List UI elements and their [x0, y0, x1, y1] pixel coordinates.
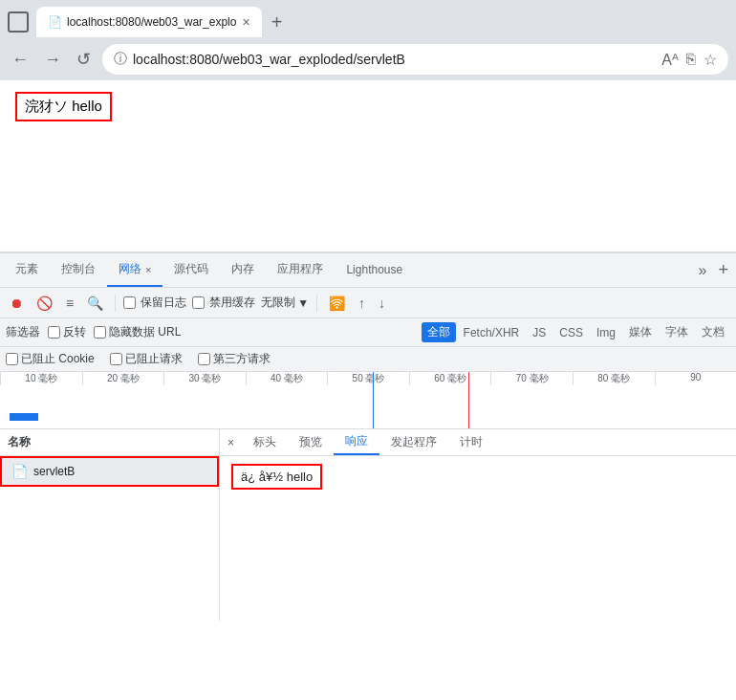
tab-application[interactable]: 应用程序: [266, 253, 335, 287]
new-tab-button[interactable]: +: [266, 11, 289, 33]
devtools-bottom-panel: 名称 📄 servletB × 标头 预览 响应 发起程序 计时 ä¿ å¥½ …: [0, 429, 736, 621]
invert-checkbox[interactable]: [48, 326, 60, 339]
tab-lighthouse[interactable]: Lighthouse: [335, 255, 414, 286]
timeline-red-line: [468, 372, 469, 428]
filter-label: 筛选器: [6, 324, 40, 340]
page-icon: 📄: [48, 15, 61, 29]
tab-network[interactable]: 网络 ×: [107, 253, 162, 287]
address-bar-icons: Aᴬ ⎘ ☆: [661, 51, 717, 69]
list-item[interactable]: 📄 servletB: [0, 456, 219, 487]
detail-tab-response[interactable]: 响应: [334, 429, 379, 455]
tab-close-button[interactable]: ×: [242, 14, 249, 30]
separator-2: [316, 295, 317, 312]
filter-js-button[interactable]: JS: [527, 324, 552, 341]
timeline-mark-40: 40 毫秒: [246, 372, 328, 385]
network-tab-close[interactable]: ×: [145, 264, 151, 275]
back-button[interactable]: ←: [8, 46, 32, 74]
file-list-panel: 名称 📄 servletB: [0, 429, 220, 621]
timeline-mark-60: 60 毫秒: [409, 372, 491, 385]
file-icon: 📄: [11, 464, 28, 479]
address-bar-input[interactable]: ⓘ localhost:8080/web03_war_exploded/serv…: [102, 44, 728, 75]
detail-panel: × 标头 预览 响应 发起程序 计时 ä¿ å¥½ hello: [220, 429, 736, 621]
filter-doc-button[interactable]: 文档: [696, 322, 730, 342]
add-panel-button[interactable]: +: [714, 260, 732, 280]
browser-chrome: 📄 localhost:8080/web03_war_explo × + ← →…: [0, 0, 736, 621]
response-text: ä¿ å¥½ hello: [231, 464, 322, 490]
network-request-bar: [10, 413, 38, 421]
page-main-text: 浣犲ソ hello: [15, 92, 112, 121]
block-cookie-label: 已阻止 Cookie: [6, 351, 95, 367]
third-party-label: 第三方请求: [198, 351, 271, 367]
upload-icon[interactable]: ↑: [355, 294, 369, 313]
timeline-mark-50: 50 毫秒: [327, 372, 409, 385]
screenshot-icon[interactable]: ⎘: [686, 51, 696, 69]
filter-img-button[interactable]: Img: [591, 324, 621, 341]
network-timeline: 10 毫秒 20 毫秒 30 毫秒 40 毫秒 50 毫秒 60 毫秒 70 毫…: [0, 372, 736, 429]
browser-tab[interactable]: 📄 localhost:8080/web03_war_explo ×: [36, 7, 262, 37]
timeline-mark-30: 30 毫秒: [163, 372, 246, 385]
timeline-mark-90: 90: [655, 372, 737, 385]
address-text: localhost:8080/web03_war_exploded/servle…: [133, 52, 656, 67]
timeline-ruler: 10 毫秒 20 毫秒 30 毫秒 40 毫秒 50 毫秒 60 毫秒 70 毫…: [0, 372, 736, 385]
block-request-checkbox[interactable]: [110, 353, 122, 365]
preserve-log-checkbox[interactable]: [123, 296, 136, 309]
disable-cache-checkbox[interactable]: [192, 296, 205, 309]
hide-data-urls-label: 隐藏数据 URL: [94, 324, 181, 340]
detail-content: ä¿ å¥½ hello: [220, 456, 736, 497]
filter-toggle-button[interactable]: ≡: [62, 294, 77, 313]
detail-tab-timing[interactable]: 计时: [448, 430, 494, 454]
invert-label: 反转: [48, 324, 86, 340]
network-toolbar: ⏺ 🚫 ≡ 🔍 保留日志 禁用缓存 无限制 ▼ 🛜 ↑ ↓: [0, 288, 736, 318]
tab-memory[interactable]: 内存: [220, 253, 266, 287]
clear-button[interactable]: 🚫: [32, 294, 56, 313]
tab-title: localhost:8080/web03_war_explo: [67, 15, 236, 29]
detail-close-button[interactable]: ×: [220, 432, 242, 453]
block-cookie-checkbox[interactable]: [6, 353, 18, 365]
timeline-blue-line: [373, 372, 374, 428]
hide-data-urls-checkbox[interactable]: [94, 326, 106, 339]
tab-sources[interactable]: 源代码: [162, 253, 220, 287]
devtools-tab-bar: 元素 控制台 网络 × 源代码 内存 应用程序 Lighthouse » +: [0, 253, 736, 288]
translate-icon[interactable]: Aᴬ: [661, 51, 679, 69]
search-button[interactable]: 🔍: [83, 294, 107, 313]
reload-button[interactable]: ↺: [73, 45, 95, 74]
filter-css-button[interactable]: CSS: [553, 324, 589, 341]
preserve-log-label: 保留日志: [123, 295, 186, 311]
file-list-header: 名称: [0, 429, 219, 456]
disable-cache-label: 禁用缓存: [192, 295, 255, 311]
more-tabs-button[interactable]: »: [691, 262, 715, 279]
tab-console[interactable]: 控制台: [50, 253, 107, 287]
page-content: 浣犲ソ hello: [0, 80, 736, 252]
timeline-mark-20: 20 毫秒: [82, 372, 164, 385]
detail-tab-headers[interactable]: 标头: [242, 430, 288, 454]
detail-tab-preview[interactable]: 预览: [288, 430, 334, 454]
download-icon[interactable]: ↓: [375, 294, 389, 313]
file-name: servletB: [33, 465, 75, 478]
filter-all-button[interactable]: 全部: [422, 322, 456, 342]
bookmark-icon[interactable]: ☆: [704, 51, 717, 69]
wifi-icon[interactable]: 🛜: [325, 294, 349, 313]
tab-bar: 📄 localhost:8080/web03_war_explo × +: [0, 0, 736, 38]
filter-media-button[interactable]: 媒体: [623, 322, 658, 342]
third-party-checkbox[interactable]: [198, 353, 210, 365]
filter-bar: 筛选器 反转 隐藏数据 URL 全部 Fetch/XHR JS CSS Img …: [0, 318, 736, 347]
separator-1: [115, 295, 116, 312]
tab-elements[interactable]: 元素: [4, 253, 50, 287]
filter-type-buttons: 全部 Fetch/XHR JS CSS Img 媒体 字体 文档: [422, 322, 730, 342]
filter-left: 筛选器: [6, 324, 40, 340]
timeline-mark-10: 10 毫秒: [0, 372, 82, 385]
checkboxes-row: 已阻止 Cookie 已阻止请求 第三方请求: [0, 347, 736, 372]
detail-tab-bar: × 标头 预览 响应 发起程序 计时: [220, 429, 736, 456]
record-button[interactable]: ⏺: [6, 294, 27, 313]
throttle-selector[interactable]: 无限制 ▼: [261, 295, 309, 311]
new-window-icon[interactable]: [8, 11, 29, 33]
devtools-panel: 元素 控制台 网络 × 源代码 内存 应用程序 Lighthouse » + ⏺…: [0, 252, 736, 621]
filter-font-button[interactable]: 字体: [660, 322, 694, 342]
detail-tab-initiator[interactable]: 发起程序: [379, 430, 448, 454]
filter-fetch-xhr-button[interactable]: Fetch/XHR: [458, 324, 526, 341]
block-request-label: 已阻止请求: [110, 351, 183, 367]
forward-button[interactable]: →: [40, 46, 65, 74]
timeline-mark-80: 80 毫秒: [573, 372, 655, 385]
address-bar: ← → ↺ ⓘ localhost:8080/web03_war_explode…: [0, 38, 736, 80]
timeline-mark-70: 70 毫秒: [490, 372, 573, 385]
